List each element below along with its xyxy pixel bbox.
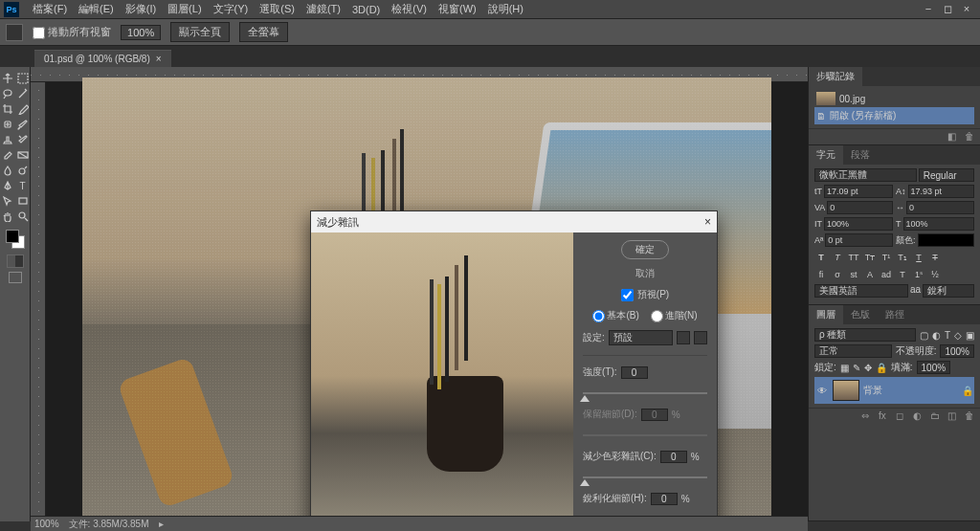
ot-ad-button[interactable]: ad <box>880 268 893 281</box>
menu-view[interactable]: 檢視(V) <box>386 2 433 16</box>
lock-position-icon[interactable]: ✥ <box>864 363 872 373</box>
eyedropper-tool[interactable] <box>15 101 31 117</box>
type-tool[interactable]: T <box>15 178 31 193</box>
ot-sigma-button[interactable]: σ <box>831 268 844 281</box>
delete-layer-icon[interactable]: 🗑 <box>965 410 976 422</box>
eraser-tool[interactable] <box>0 147 15 163</box>
magic-wand-tool[interactable] <box>15 86 31 101</box>
filter-shape-icon[interactable]: ◇ <box>954 330 962 341</box>
color-swatch[interactable] <box>6 230 25 249</box>
quick-mask-toggle[interactable] <box>7 254 24 268</box>
fit-screen-button[interactable]: 顯示全頁 <box>170 22 230 42</box>
close-icon[interactable]: × <box>156 54 162 64</box>
layer-mask-icon[interactable]: ◻ <box>896 410 907 422</box>
sharpen-details-value[interactable]: 0 <box>651 493 678 505</box>
leading-field[interactable]: 17.93 pt <box>908 185 974 198</box>
layer-group-icon[interactable]: 🗀 <box>930 410 942 422</box>
menu-filter[interactable]: 濾鏡(T) <box>301 2 346 16</box>
language-dropdown[interactable]: 美國英語 <box>814 284 908 298</box>
allcaps-button[interactable]: TT <box>847 251 860 264</box>
menu-help[interactable]: 說明(H) <box>482 2 529 16</box>
baseline-shift-field[interactable]: 0 pt <box>825 233 893 247</box>
clone-stamp-tool[interactable] <box>0 132 15 147</box>
menu-image[interactable]: 影像(I) <box>120 2 162 16</box>
kerning-field[interactable]: 0 <box>827 201 893 214</box>
close-icon[interactable]: × <box>704 215 711 229</box>
fill-screen-button[interactable]: 全螢幕 <box>239 22 288 42</box>
adjustment-layer-icon[interactable]: ◐ <box>913 410 924 422</box>
lasso-tool[interactable] <box>0 86 15 101</box>
font-family-dropdown[interactable]: 微軟正黑體 <box>814 168 917 182</box>
bold-button[interactable]: T <box>814 251 828 264</box>
horizontal-scale-field[interactable]: 100% <box>903 217 975 231</box>
subscript-button[interactable]: T₁ <box>896 251 909 264</box>
font-style-dropdown[interactable]: Regular <box>919 168 974 182</box>
menu-file[interactable]: 檔案(F) <box>27 2 73 16</box>
blend-mode-dropdown[interactable]: 正常 <box>814 344 892 358</box>
filter-type-icon[interactable]: T <box>945 330 950 341</box>
dialog-titlebar[interactable]: 減少雜訊 × <box>311 211 717 232</box>
history-source[interactable]: 00.jpg <box>814 90 974 107</box>
menu-select[interactable]: 選取(S) <box>254 2 301 16</box>
rectangle-tool[interactable] <box>15 193 31 209</box>
new-layer-icon[interactable]: ◫ <box>947 410 959 422</box>
ot-A-button[interactable]: A <box>863 268 877 281</box>
lock-transparent-icon[interactable]: ▦ <box>840 363 849 373</box>
delete-preset-icon[interactable] <box>694 331 707 344</box>
tab-paragraph[interactable]: 段落 <box>843 145 878 165</box>
superscript-button[interactable]: T¹ <box>880 251 893 264</box>
screen-mode-toggle[interactable] <box>9 272 22 283</box>
filter-smart-icon[interactable]: ▣ <box>966 330 974 341</box>
zoom-percent[interactable]: 100% <box>121 25 161 40</box>
preview-checkbox[interactable] <box>621 289 634 301</box>
fill-field[interactable]: 100% <box>917 361 951 374</box>
foreground-color[interactable] <box>6 230 19 243</box>
opacity-field[interactable]: 100% <box>940 344 974 358</box>
visibility-icon[interactable]: 👁 <box>817 386 829 396</box>
filter-pixel-icon[interactable]: ▢ <box>920 330 928 341</box>
ot-st-button[interactable]: st <box>847 268 860 281</box>
menu-3d[interactable]: 3D(D) <box>346 4 386 15</box>
layer-filter-kind[interactable]: ρ 種類 <box>814 328 916 342</box>
filter-adjust-icon[interactable]: ◐ <box>932 330 941 341</box>
tracking-field[interactable]: 0 <box>906 201 974 214</box>
tab-layers[interactable]: 圖層 <box>809 305 843 324</box>
lock-image-icon[interactable]: ✎ <box>853 363 860 373</box>
ok-button[interactable]: 確定 <box>621 240 669 259</box>
gradient-tool[interactable] <box>15 147 31 163</box>
ruler-vertical[interactable] <box>31 82 46 521</box>
tab-paths[interactable]: 路徑 <box>878 305 912 324</box>
zoom-tool[interactable] <box>15 209 31 224</box>
menu-layer[interactable]: 圖層(L) <box>162 2 207 16</box>
delete-state-icon[interactable]: 🗑 <box>965 131 976 143</box>
ot-fi-button[interactable]: fi <box>814 268 828 281</box>
document-tab[interactable]: 01.psd @ 100% (RGB/8) × <box>34 50 171 67</box>
scroll-all-checkbox[interactable]: 捲動所有視窗 <box>33 25 111 39</box>
brush-tool[interactable] <box>15 117 31 132</box>
layer-style-icon[interactable]: fx <box>879 410 890 422</box>
mode-basic-radio[interactable]: 基本(B) <box>592 309 638 322</box>
status-zoom[interactable]: 100% <box>34 519 59 529</box>
move-tool[interactable] <box>0 71 15 86</box>
tab-character[interactable]: 字元 <box>809 145 843 165</box>
cancel-button[interactable]: 取消 <box>583 267 707 280</box>
history-step[interactable]: 🗎 開啟 (另存新檔) <box>814 107 974 124</box>
new-snapshot-icon[interactable]: ◧ <box>947 131 959 143</box>
window-close[interactable]: × <box>957 3 976 15</box>
menu-edit[interactable]: 編輯(E) <box>73 2 120 16</box>
dodge-tool[interactable] <box>15 163 31 178</box>
window-restore[interactable]: ◻ <box>938 3 957 15</box>
save-preset-icon[interactable] <box>677 331 690 344</box>
italic-button[interactable]: T <box>831 251 844 264</box>
antialias-dropdown[interactable]: 銳利 <box>923 284 974 298</box>
chevron-right-icon[interactable]: ▸ <box>159 519 164 529</box>
strikethrough-button[interactable]: T <box>928 251 942 264</box>
blur-tool[interactable] <box>0 163 15 178</box>
lock-all-icon[interactable]: 🔒 <box>876 363 887 373</box>
reduce-color-noise-value[interactable]: 0 <box>660 451 687 463</box>
font-size-field[interactable]: 17.09 pt <box>824 185 893 198</box>
strength-value[interactable]: 0 <box>621 366 648 379</box>
text-color-swatch[interactable] <box>918 233 974 247</box>
underline-button[interactable]: T <box>912 251 925 264</box>
path-selection-tool[interactable] <box>0 193 15 209</box>
